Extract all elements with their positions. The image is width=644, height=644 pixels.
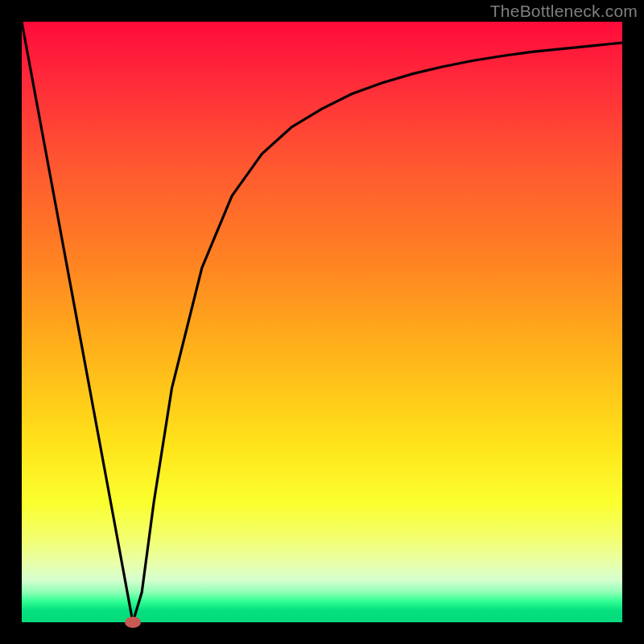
minimum-marker [125, 617, 141, 628]
watermark-text: TheBottleneck.com [490, 2, 638, 21]
bottleneck-curve [22, 22, 622, 622]
chart-plot-area [22, 22, 622, 622]
